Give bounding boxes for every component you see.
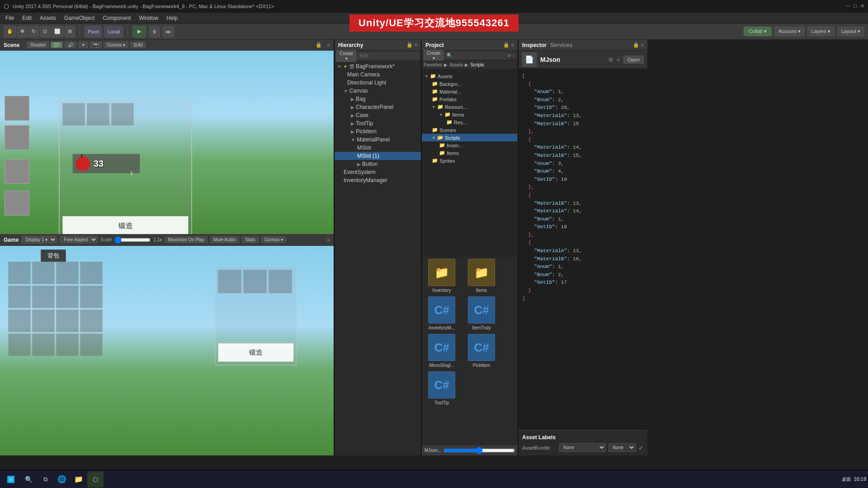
hierarchy-item-eventsystem[interactable]: EventSystem [335, 168, 421, 176]
scene-viewport[interactable]: 锻造 33 1 [0, 51, 334, 234]
inv-slot-1[interactable] [8, 262, 31, 284]
game-char-slot-3[interactable] [269, 270, 292, 293]
open-button[interactable]: Open [623, 56, 644, 64]
project-item-scenes[interactable]: 📁 Scenes [422, 126, 517, 134]
insp-list-icon[interactable]: ≡ [617, 56, 620, 63]
game-menu[interactable]: ≡ [327, 237, 330, 243]
inv-slot-11[interactable] [56, 310, 79, 332]
hierarchy-item-pickitem[interactable]: ▶ PickItem [335, 127, 421, 136]
project-menu-icon[interactable]: ≡ [511, 42, 514, 48]
project-item-inventory[interactable]: 📁 Inven... [422, 141, 517, 149]
maximize-btn[interactable]: □ [854, 3, 857, 9]
inv-slot-4[interactable] [80, 262, 103, 284]
inv-slot-14[interactable] [32, 333, 55, 356]
inv-slot-16[interactable] [80, 333, 103, 356]
task-search[interactable]: 🔍 [20, 471, 37, 488]
project-item-resources-sub[interactable]: 📁 Res... [422, 118, 517, 126]
hierarchy-item-materialpanel[interactable]: ▼ MaterialPanel [335, 136, 421, 144]
scripts-monosingl[interactable]: C# MonoSingl... [424, 334, 460, 368]
insp-grid-icon[interactable]: ⊞ [609, 56, 613, 63]
favorites-crumb[interactable]: Favorites [424, 62, 442, 67]
game-char-slot-2[interactable] [243, 270, 267, 293]
step-button[interactable]: ⏭ [163, 26, 174, 38]
mute-audio[interactable]: Mute Audio [210, 236, 239, 243]
hierarchy-item-inventorymanager[interactable]: InventoryManager [335, 176, 421, 184]
aspect-select[interactable]: Free Aspect [60, 236, 98, 244]
stats-button[interactable]: Stats [242, 236, 259, 243]
scene-forge-btn[interactable]: 锻造 [62, 216, 189, 234]
hierarchy-item-bag[interactable]: ▶ Bag [335, 95, 421, 103]
task-start[interactable]: ⊞ [2, 470, 20, 488]
services-tab[interactable]: Services [550, 42, 572, 48]
display-select[interactable]: Display 1 ▾ [21, 236, 57, 244]
game-tab[interactable]: Game [4, 237, 19, 243]
scripts-itemtruly[interactable]: C# ItemTruly [463, 296, 500, 330]
project-star-icon[interactable]: ☆ [512, 53, 516, 58]
inv-slot-15[interactable] [56, 333, 79, 356]
project-view-toggle[interactable]: ⊞ [507, 53, 511, 58]
scene-tab[interactable]: Scene [4, 42, 19, 48]
hand-tool[interactable]: ✋ [4, 26, 16, 38]
scene-gizmos[interactable]: Gizmos ▾ [104, 42, 129, 48]
inv-slot-12[interactable] [80, 310, 103, 332]
project-item-prefabs[interactable]: 📁 Prefabs [422, 95, 517, 103]
2d-toggle[interactable]: 2D [51, 42, 63, 48]
pivot-button[interactable]: Pivot [85, 26, 102, 38]
game-viewport[interactable]: 背包 [0, 246, 334, 455]
inv-slot-10[interactable] [32, 310, 55, 332]
project-item-resources[interactable]: ▼ 📁 Resourc... [422, 103, 517, 111]
project-item-items[interactable]: ▼ 📁 Items [422, 111, 517, 118]
hierarchy-tab[interactable]: Hierarchy [338, 42, 363, 48]
menu-window[interactable]: Window [135, 14, 162, 22]
game-char-slot-1[interactable] [218, 270, 241, 293]
layout-button[interactable]: Layout ▾ [837, 27, 864, 36]
multi-tool[interactable]: ⊞ [65, 26, 75, 38]
pause-button[interactable]: ⏸ [149, 26, 160, 38]
project-item-scripts[interactable]: ▼ 📂 Scripts [422, 134, 517, 141]
asset-bundle-select1[interactable]: None [559, 443, 606, 452]
project-search[interactable] [444, 52, 506, 59]
project-create-btn[interactable]: Create ▾ [424, 50, 443, 61]
scene-filter[interactable]: ☰All [130, 42, 146, 48]
inv-slot-13[interactable] [8, 333, 31, 356]
scale-tool[interactable]: ⊡ [40, 26, 50, 38]
inv-slot-9[interactable] [8, 310, 31, 332]
hierarchy-item-case[interactable]: ▶ Case [335, 111, 421, 119]
camera-toggle[interactable]: 📷 [90, 42, 102, 48]
inv-slot-7[interactable] [56, 286, 79, 308]
menu-file[interactable]: File [2, 14, 18, 22]
close-btn[interactable]: ✕ [860, 3, 864, 9]
fx-toggle[interactable]: ✦ [78, 42, 88, 48]
rotate-tool[interactable]: ↻ [28, 26, 39, 38]
scripts-crumb[interactable]: Scripts [470, 62, 484, 67]
hierarchy-item-canvas[interactable]: ▼ Canvas [335, 87, 421, 95]
scale-slider[interactable] [114, 237, 151, 243]
inv-slot-5[interactable] [8, 286, 31, 308]
inspector-menu-icon[interactable]: ≡ [641, 42, 644, 48]
task-taskview[interactable]: ⧉ [37, 471, 53, 488]
rect-tool[interactable]: ⬜ [51, 26, 64, 38]
minimize-btn[interactable]: ─ [847, 3, 850, 9]
hierarchy-item-bagframework[interactable]: 👁 ▼ 🎬 BagFramework* [335, 62, 421, 70]
hierarchy-item-tooltip[interactable]: ▶ ToolTip [335, 119, 421, 127]
scripts-inventorym[interactable]: C# InventoryM... [424, 296, 460, 330]
hierarchy-create-btn[interactable]: Create ▾ [336, 50, 356, 62]
project-tab[interactable]: Project [425, 42, 444, 48]
inv-slot-8[interactable] [80, 286, 103, 308]
hierarchy-menu-icon[interactable]: ≡ [415, 42, 417, 48]
assets-crumb[interactable]: Assets [449, 62, 463, 67]
task-ie[interactable]: 🌐 [54, 471, 70, 488]
play-button[interactable]: ▶ [132, 26, 146, 38]
project-item-sprites[interactable]: 📁 Sprites [422, 157, 517, 164]
inv-slot-2[interactable] [32, 262, 55, 284]
maximize-on-play[interactable]: Maximize On Play [165, 236, 208, 243]
menu-edit[interactable]: Edit [19, 14, 35, 22]
game-forge-btn[interactable]: 锻造 [218, 343, 294, 362]
zoom-slider[interactable] [443, 448, 515, 453]
asset-bundle-select2[interactable]: None [609, 443, 636, 452]
game-gizmos[interactable]: Gizmos ▾ [261, 236, 287, 243]
hierarchy-search[interactable] [357, 52, 419, 59]
inv-slot-6[interactable] [32, 286, 55, 308]
menu-component[interactable]: Component [99, 14, 134, 22]
inv-slot-3[interactable] [56, 262, 79, 284]
